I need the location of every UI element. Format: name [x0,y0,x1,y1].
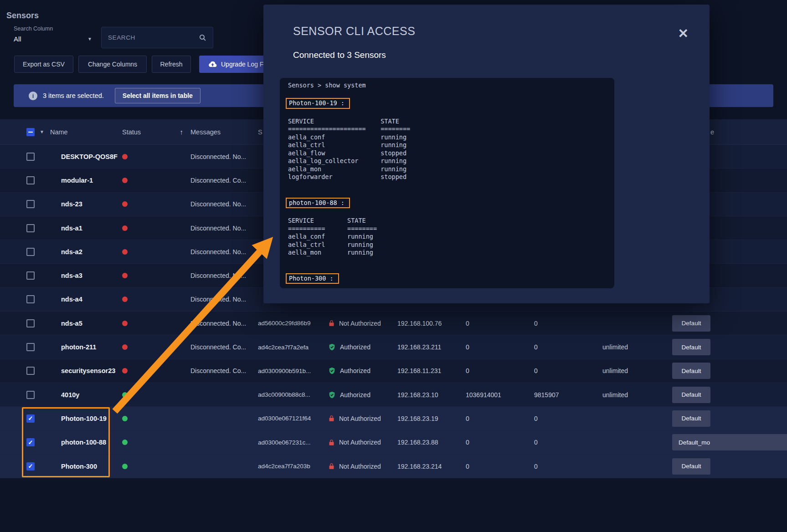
terminal-line: SERVICE STATE [288,217,606,225]
sensor-name: nds-a4 [50,296,118,303]
ip-cell: 192.168.23.88 [397,439,466,446]
sensor-name: DESKTOP-QOS8F [50,153,118,160]
profile-cell: Default [670,363,787,379]
row-checkbox[interactable] [26,295,35,303]
message-cell: Disconnected. No... [190,225,258,232]
status-cell [118,225,190,231]
row-select-cell [0,153,50,161]
terminal-line [288,265,606,273]
ip-cell: 192.168.23.211 [397,343,466,351]
lock-icon [328,462,335,470]
column-header-messages[interactable]: Messages [190,128,258,136]
header-select-cell [0,128,50,136]
row-checkbox[interactable] [26,367,35,375]
modal-title: SENSOR CLI ACCESS [293,25,415,38]
sensor-cli-modal: SENSOR CLI ACCESS ✕ Connected to 3 Senso… [263,5,710,303]
row-checkbox[interactable] [26,153,35,161]
terminal-line [288,189,606,197]
terminal-line: ========== ======== [288,225,606,233]
message-cell: Disconnected. No... [190,248,258,256]
message-cell: Disconnected. No... [190,296,258,303]
profile-button[interactable]: Default [672,387,710,403]
limit-cell: unlimited [602,367,670,374]
row-select-cell [0,248,50,256]
column-header-name[interactable]: Name [50,128,118,136]
terminal-line [288,257,606,265]
status-dot [122,440,128,445]
ip-cell: 192.168.11.231 [397,367,466,374]
col1-cell: 0 [466,367,534,374]
auth-cell: Not Authorized [327,439,397,446]
row-checkbox[interactable] [26,248,35,256]
row-checkbox[interactable] [26,224,35,232]
row-checkbox[interactable] [26,200,35,208]
serial-cell: ad3c00900b88c8... [258,391,327,398]
sort-asc-icon[interactable] [180,128,191,136]
search-input[interactable] [108,34,199,41]
row-checkbox[interactable] [26,176,35,184]
row-checkbox[interactable] [26,391,35,399]
status-dot [122,321,128,326]
row-select-cell [0,367,50,375]
serial-cell: ad56000c29fd86b9 [258,320,327,327]
auth-label: Authorized [340,367,370,374]
refresh-button[interactable]: Refresh [152,56,191,73]
row-checkbox[interactable] [26,319,35,327]
sensor-name: nds-23 [50,200,118,208]
app-root: { "page": { "title": "Sensors" }, "toolb… [0,0,787,532]
select-menu-chevron-icon[interactable] [40,129,44,134]
profile-button[interactable]: Default [672,363,710,379]
terminal-line: aella_conf running [288,233,606,241]
shield-icon [328,343,336,351]
message-cell: Disconnected. No... [190,200,258,208]
profile-button[interactable]: Default_mo [672,434,787,450]
message-cell: Disconnected. No... [190,320,258,327]
row-checkbox[interactable] [26,438,35,446]
serial-cell: ad0300900b591b... [258,368,327,374]
col1-cell: 1036914001 [466,391,534,399]
select-all-checkbox[interactable] [26,128,35,136]
profile-button[interactable]: Default [672,410,710,427]
table-row: nds-a5 Disconnected. No... ad56000c29fd8… [0,312,787,335]
auth-label: Authorized [340,343,370,351]
status-dot [122,344,128,350]
row-checkbox[interactable] [26,271,35,280]
profile-button[interactable]: Default [672,339,710,355]
col2-cell: 0 [534,415,602,422]
terminal-line: ===================== ======== [288,125,606,133]
status-cell [118,344,190,350]
terminal-line: SERVICE STATE [288,118,606,126]
row-select-cell [0,271,50,280]
column-header-status[interactable]: Status [118,128,190,136]
col2-cell: 0 [534,463,602,470]
sensor-name: nds-a2 [50,248,118,256]
table-row: 4010y ad3c00900b88c8... Authorized 192.1… [0,383,787,407]
change-columns-button[interactable]: Change Columns [78,56,147,73]
status-dot [122,273,128,278]
ip-cell: 192.168.23.10 [397,391,466,399]
row-checkbox[interactable] [26,414,35,423]
chevron-down-icon [87,36,92,41]
status-cell [118,368,190,373]
shield-icon [328,391,336,399]
row-select-cell [0,438,50,446]
select-all-items-button[interactable]: Select all items in table [115,88,201,103]
table-row: photon-211 Disconnected. Co... ad4c2cea7… [0,335,787,359]
row-checkbox[interactable] [26,462,35,471]
ip-cell: 192.168.23.19 [397,415,466,422]
terminal-line: Sensors > show system [288,82,606,90]
row-checkbox[interactable] [26,343,35,351]
export-csv-button[interactable]: Export as CSV [14,56,73,73]
profile-button[interactable]: Default [672,315,710,332]
profile-button[interactable]: Default [672,458,710,475]
upgrade-log-label: Upgrade Log Fo [221,61,267,68]
status-cell [118,321,190,326]
serial-cell: ad0300e067121f64 [258,415,327,422]
cli-terminal[interactable]: Sensors > show system Photon-100-19 : SE… [280,78,614,288]
limit-cell: unlimited [602,391,670,399]
terminal-line: Photon-100-19 : [288,97,606,109]
status-dot [122,178,128,183]
status-dot [122,464,128,469]
search-column-select[interactable]: Search Column All [14,26,96,48]
close-icon[interactable]: ✕ [678,27,689,40]
